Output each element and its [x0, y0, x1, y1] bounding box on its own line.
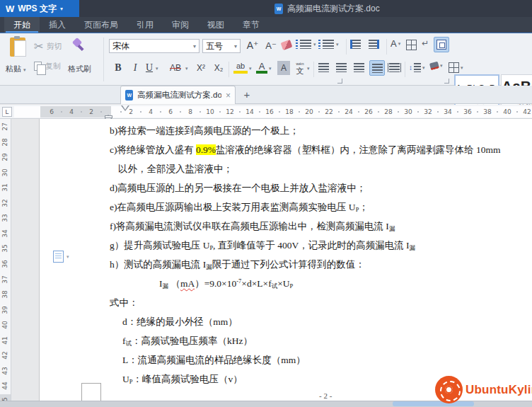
- menu-tab[interactable]: 视图: [198, 17, 233, 33]
- distribute-button[interactable]: [388, 63, 401, 72]
- increase-indent-button[interactable]: [369, 40, 379, 49]
- subscript-button[interactable]: X₂: [212, 61, 226, 75]
- ruler-tick: [219, 111, 221, 113]
- tab-stop-selector[interactable]: L: [2, 107, 12, 117]
- menu-tab[interactable]: 页面布局: [75, 17, 127, 33]
- paint-bucket-icon: [429, 62, 439, 71]
- italic-button[interactable]: I: [130, 61, 140, 75]
- ruler-tick: [358, 111, 359, 113]
- strikethrough-dropdown[interactable]: ▾: [185, 66, 188, 71]
- align-center-icon: [336, 63, 347, 72]
- ruler-tick: [338, 111, 340, 113]
- paste-icon[interactable]: [10, 38, 25, 57]
- left-indent-marker[interactable]: [105, 115, 112, 118]
- menu-tab[interactable]: 审阅: [163, 17, 198, 33]
- font-name-select[interactable]: 宋体▾: [109, 39, 200, 53]
- font-color-button[interactable]: A: [256, 61, 267, 74]
- ruler-number: 40: [1, 318, 8, 332]
- vertical-ruler[interactable]: 27282930313233343536373839404142434445: [0, 119, 11, 407]
- highlight-color-button[interactable]: ab: [233, 61, 248, 74]
- shading-button[interactable]: ▾: [430, 62, 443, 69]
- ruler-tick: [279, 111, 280, 113]
- line-spacing-button[interactable]: ↕▾: [409, 63, 425, 72]
- ubuntukylin-text: UbuntuKylin: [466, 383, 532, 397]
- paragraph-dialog-launcher-icon[interactable]: [444, 79, 449, 84]
- doc-line-formula: I漏 （mA）=9.0×10-7×d×L×f试×UP: [159, 277, 293, 291]
- floating-widget-dropdown[interactable]: ▾: [66, 254, 69, 260]
- doc-line-c2: 以外，全部浸入盐溶液中；: [118, 163, 233, 176]
- font-color-dropdown[interactable]: ▾: [269, 66, 272, 71]
- char-shading-button[interactable]: A: [277, 61, 290, 75]
- document-page[interactable]: b)将拉索一端连接到高频电压源的一个极上； c)将绝缘管放入盛有 0.9%盐溶液…: [39, 119, 532, 401]
- copy-button[interactable]: 复制: [34, 61, 61, 71]
- show-marks-button[interactable]: ↵: [422, 38, 429, 48]
- ruler-number: 34: [1, 227, 8, 241]
- ruler-number: 36: [463, 108, 471, 115]
- align-left-button[interactable]: [318, 63, 329, 72]
- ruler-number: 12: [226, 108, 233, 115]
- menu-tab[interactable]: 开始: [4, 17, 40, 33]
- ruler-tick: [180, 111, 181, 113]
- align-center-button[interactable]: [336, 63, 347, 72]
- document-tab[interactable]: W 高频漏电流测试方案.doc ×: [120, 86, 236, 104]
- borders-button[interactable]: ▾: [449, 62, 463, 73]
- eraser-icon: [281, 40, 293, 50]
- shrink-font-button[interactable]: A⁻: [263, 38, 279, 52]
- distribute-icon: [389, 63, 400, 72]
- floating-page-widget-icon[interactable]: [53, 251, 64, 263]
- clipboard-icon: [10, 38, 25, 57]
- close-tab-icon[interactable]: ×: [226, 91, 231, 101]
- insert-table-button[interactable]: [406, 40, 417, 50]
- strikethrough-button[interactable]: AB: [167, 61, 184, 75]
- underline-button[interactable]: U: [144, 61, 154, 75]
- superscript-button[interactable]: X²: [194, 61, 208, 75]
- ruler-number: 36: [1, 257, 8, 271]
- menu-tab[interactable]: 引用: [127, 17, 163, 33]
- grow-font-button[interactable]: A⁺: [245, 38, 260, 52]
- font-size-select[interactable]: 五号▾: [202, 39, 241, 53]
- clear-format-button[interactable]: [282, 38, 291, 49]
- bullet-list-button[interactable]: ▾: [300, 40, 316, 49]
- decrease-indent-button[interactable]: [350, 40, 361, 49]
- highlight-dropdown[interactable]: ▾: [249, 66, 252, 71]
- menu-tab[interactable]: 章节: [233, 17, 269, 33]
- scissors-icon: ✂: [34, 40, 43, 53]
- numbered-list-button[interactable]: ▾: [323, 40, 339, 49]
- underline-dropdown[interactable]: ▾: [156, 66, 158, 71]
- new-tab-button[interactable]: +: [241, 88, 253, 101]
- menu-tab[interactable]: 插入: [40, 17, 75, 33]
- ribbon: 粘贴 ▾ ✂ 剪切 复制 格式刷 宋体▾ 五号▾ A⁺ A⁻ ▾ ▾ A▾ ↵: [0, 34, 532, 86]
- empty-text-frame[interactable]: [81, 383, 101, 401]
- bold-button[interactable]: B: [112, 61, 125, 75]
- ruler-tick: [516, 111, 518, 113]
- pinyin-dropdown[interactable]: ▾: [307, 66, 310, 71]
- ruler-number: 34: [444, 108, 451, 115]
- ruler-tick: [497, 111, 498, 113]
- ruler-number: 24: [345, 108, 352, 115]
- format-painter-button[interactable]: 格式刷: [68, 64, 91, 74]
- paste-button[interactable]: 粘贴 ▾: [6, 64, 26, 74]
- doc-line-g: g）提升高频试验电压 UP, 直到峰值等于 400V，记录此时的高频漏电流 I漏: [110, 239, 415, 253]
- justify-button[interactable]: [369, 60, 385, 76]
- doc-line-h: h）测试的高频漏电流 I漏限于通过下列公式计算得到的数值：: [110, 258, 365, 272]
- ruler-tick: [120, 111, 122, 113]
- ribbon-separator: [386, 39, 387, 55]
- cut-button[interactable]: ✂ 剪切: [34, 40, 62, 53]
- format-painter-icon-wrap[interactable]: [72, 38, 85, 52]
- text-tool-button[interactable]: A▾: [391, 38, 400, 49]
- ruler-number: 26: [364, 108, 372, 115]
- ruler-number: 29: [1, 150, 8, 164]
- ruler-tick: [437, 111, 439, 113]
- align-right-button[interactable]: [354, 63, 364, 72]
- titlebar-document-title: W 高频漏电流测试方案.doc: [274, 3, 380, 14]
- word-doc-icon: W: [274, 4, 283, 14]
- text-wrap-button[interactable]: [434, 37, 449, 52]
- font-dialog-launcher-icon[interactable]: [337, 79, 342, 84]
- ruler-number: 38: [483, 108, 491, 115]
- doc-line-d: d)高频电压源的上的另一极接在一个电极上并放入盐溶液中；: [110, 182, 366, 195]
- ruler-number: 42: [1, 348, 8, 362]
- pinyin-button[interactable]: wén 文: [294, 59, 306, 75]
- ruler-number: 4: [149, 108, 153, 115]
- ruler-tick: [477, 111, 478, 113]
- wps-app-menu-button[interactable]: W WPS 文字 ▾: [0, 0, 79, 17]
